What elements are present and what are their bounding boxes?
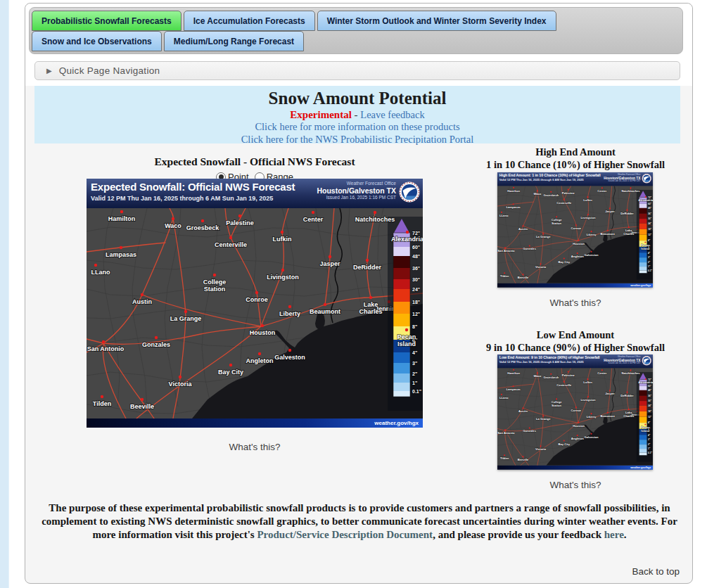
- svg-text:Gonzales: Gonzales: [142, 341, 170, 348]
- svg-text:Victoria: Victoria: [169, 381, 193, 388]
- back-to-top-link[interactable]: Back to top: [632, 566, 680, 577]
- svg-text:Lampasas: Lampasas: [506, 205, 521, 209]
- svg-text:San Antonio: San Antonio: [87, 345, 125, 352]
- svg-text:Houston: Houston: [573, 424, 585, 428]
- map-issued-time: Issued Jan 16, 2025 1:16 PM CST: [604, 362, 640, 365]
- tab-ice-accumulation-forecasts[interactable]: Ice Accumulation Forecasts: [184, 11, 315, 31]
- precip-portal-link[interactable]: Click here for the NWS Probabilistic Pre…: [241, 134, 474, 145]
- svg-text:Palestine: Palestine: [562, 191, 575, 195]
- svg-text:Waco: Waco: [533, 374, 541, 378]
- svg-text:60": 60": [648, 203, 652, 205]
- tab-strip: Probabilistic Snowfall ForecastsIce Accu…: [29, 7, 683, 54]
- whats-this-link-high[interactable]: What's this?: [459, 298, 692, 308]
- map-issued-time: Issued Jan 16, 2025 1:16 PM CST: [604, 180, 640, 183]
- svg-text:1": 1": [412, 381, 417, 385]
- snowfall-map-low: Low End Amount: 9 in 10 Chance (90%) of …: [497, 354, 653, 470]
- purpose-text-3: .: [624, 529, 627, 540]
- svg-text:Groesbeck: Groesbeck: [186, 224, 220, 231]
- svg-text:8": 8": [412, 324, 417, 329]
- noaa-logo: [399, 181, 420, 203]
- svg-text:Island: Island: [641, 247, 649, 250]
- svg-text:3": 3": [648, 439, 651, 442]
- svg-text:Austin: Austin: [518, 227, 528, 231]
- svg-text:Galveston: Galveston: [585, 435, 599, 439]
- tab-snow-and-ice-observations[interactable]: Snow and Ice Observations: [32, 31, 162, 51]
- svg-text:48": 48": [648, 207, 652, 210]
- map-title: Low End Amount: 9 in 10 Chance (90%) of …: [499, 355, 604, 359]
- svg-text:Jasper: Jasper: [605, 210, 615, 213]
- svg-text:4": 4": [412, 350, 417, 355]
- tab-probabilistic-snowfall-forecasts[interactable]: Probabilistic Snowfall Forecasts: [32, 11, 181, 31]
- svg-text:3": 3": [412, 361, 417, 366]
- svg-text:36": 36": [648, 395, 652, 397]
- more-info-link[interactable]: Click here for more information on these…: [255, 121, 459, 132]
- svg-text:36": 36": [412, 266, 420, 271]
- chevron-right-icon: ▶: [46, 67, 52, 75]
- svg-text:Bay City: Bay City: [558, 260, 570, 264]
- page-title: Snow Amount Potential: [34, 89, 680, 108]
- svg-text:Lampasas: Lampasas: [506, 388, 521, 391]
- svg-text:Center: Center: [597, 371, 607, 375]
- snowfall-colorbar: 72"60"48"36"30"24"18"12"8"6"4"3"2"1"0.1": [388, 217, 423, 411]
- svg-text:30": 30": [412, 277, 420, 282]
- svg-text:Liberty: Liberty: [587, 415, 597, 418]
- product-description-link[interactable]: Product/Service Description Document: [257, 529, 433, 540]
- high-end-section-title: High End Amount 1 in 10 Chance (10%) of …: [459, 146, 692, 171]
- map-valid-period: Valid 12 PM Thu Jan 16, 2025 through 6 A…: [499, 360, 604, 364]
- svg-text:Houston: Houston: [573, 242, 585, 245]
- main-snowfall-map[interactable]: Expected Snowfall: Official NWS Forecast…: [87, 179, 423, 428]
- svg-text:Pecan: Pecan: [397, 333, 416, 340]
- svg-text:DeRidder: DeRidder: [620, 212, 634, 215]
- back-to-top: Back to top: [632, 566, 680, 577]
- noaa-logo: [642, 174, 651, 184]
- svg-text:8": 8": [648, 239, 651, 242]
- map-footer: weather.gov/hgx: [497, 466, 653, 470]
- svg-text:Liberty: Liberty: [279, 310, 300, 317]
- svg-text:Centerville: Centerville: [556, 201, 572, 205]
- svg-text:Victoria: Victoria: [535, 265, 547, 269]
- svg-text:Island: Island: [397, 340, 416, 347]
- svg-text:2": 2": [648, 443, 651, 446]
- svg-text:Alexandria: Alexandria: [391, 236, 423, 243]
- svg-text:Livingston: Livingston: [580, 398, 595, 402]
- map-header: High End Amount: 1 in 10 Chance (10%) of…: [497, 172, 653, 186]
- svg-text:Beaumont: Beaumont: [601, 232, 616, 236]
- svg-text:San Antonio: San Antonio: [497, 431, 515, 435]
- svg-text:Center: Center: [597, 189, 607, 193]
- map-footer-url: weather.gov/hgx: [630, 284, 651, 287]
- separator-text: -: [352, 109, 361, 120]
- map-graphic: Jennings72"60"48"36"30"24"18"12"8"6"4"3"…: [497, 186, 653, 283]
- svg-text:Angleton: Angleton: [571, 255, 584, 258]
- low-end-title-line1: Low End Amount: [537, 329, 614, 340]
- svg-text:Beeville: Beeville: [518, 276, 529, 279]
- svg-text:Waco: Waco: [165, 222, 181, 229]
- quick-page-navigation[interactable]: ▶ Quick Page Navigation: [34, 61, 680, 80]
- svg-text:0.1": 0.1": [648, 269, 652, 272]
- map-valid-period: Valid 12 PM Thu Jan 16, 2025 through 6 A…: [91, 195, 317, 202]
- tab-medium-long-range-forecast[interactable]: Medium/Long Range Forecast: [164, 31, 304, 51]
- svg-text:Galveston: Galveston: [274, 354, 305, 361]
- svg-text:48": 48": [648, 389, 652, 392]
- svg-text:LLano: LLano: [91, 269, 110, 276]
- map-footer: weather.gov/hgx: [497, 283, 653, 288]
- tab-winter-storm-outlook-and-winter-storm-severity-index[interactable]: Winter Storm Outlook and Winter Storm Se…: [317, 11, 556, 31]
- svg-text:La Grange: La Grange: [536, 235, 551, 238]
- svg-text:Hamilton: Hamilton: [507, 189, 520, 193]
- leave-feedback-link[interactable]: Leave feedback: [360, 109, 424, 120]
- svg-text:Natchitoches: Natchitoches: [621, 189, 640, 193]
- svg-text:Beaumont: Beaumont: [601, 414, 616, 418]
- svg-text:La Grange: La Grange: [170, 315, 202, 322]
- low-end-map[interactable]: Low End Amount: 9 in 10 Chance (90%) of …: [497, 354, 653, 470]
- svg-text:Tilden: Tilden: [500, 274, 509, 278]
- svg-text:Tilden: Tilden: [500, 456, 509, 460]
- feedback-here-link[interactable]: here: [604, 529, 624, 540]
- svg-text:Austin: Austin: [132, 298, 152, 305]
- whats-this-link-main[interactable]: What's this?: [87, 442, 423, 452]
- whats-this-link-low[interactable]: What's this?: [459, 480, 692, 490]
- high-end-map[interactable]: High End Amount: 1 in 10 Chance (10%) of…: [497, 172, 653, 288]
- svg-text:24": 24": [412, 287, 420, 292]
- map-footer: weather.gov/hgx: [87, 418, 423, 428]
- main-map-section-title: Expected Snowfall - Official NWS Forecas…: [87, 155, 423, 168]
- svg-text:Lufkin: Lufkin: [273, 236, 292, 243]
- svg-text:Gonzales: Gonzales: [523, 247, 537, 250]
